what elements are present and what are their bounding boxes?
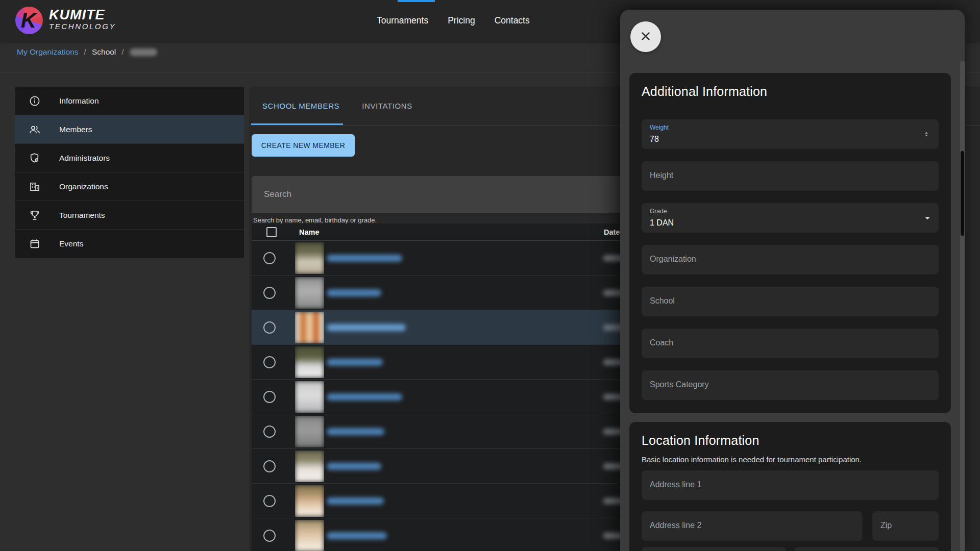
nav-link-contacts[interactable]: Contacts <box>495 15 530 26</box>
breadcrumb-separator: / <box>84 47 86 57</box>
member-name-redacted[interactable] <box>327 359 383 366</box>
field-placeholder: Sports Category <box>650 380 709 389</box>
member-name-redacted[interactable] <box>327 324 406 331</box>
breadcrumb-school[interactable]: School <box>92 47 116 57</box>
column-header-name: Name <box>299 228 320 236</box>
location-information-section: Location Information Basic location info… <box>629 422 951 551</box>
people-icon <box>29 123 41 136</box>
section-title: Additional Information <box>642 84 939 99</box>
field-zip[interactable]: Zip <box>872 511 939 541</box>
search-label: Search <box>264 189 291 199</box>
nav-link-tournaments[interactable]: Tournaments <box>377 15 428 26</box>
select-all-checkbox[interactable] <box>266 227 277 237</box>
member-avatar <box>295 520 324 551</box>
brand-name: KUMITE <box>49 8 116 21</box>
field-placeholder: Organization <box>650 255 696 264</box>
field-value: 1 DAN <box>650 218 674 228</box>
sidebar-item-label: Tournaments <box>59 211 105 220</box>
create-new-member-button[interactable]: CREATE NEW MEMBER <box>252 134 355 157</box>
field-height[interactable]: Height <box>642 161 939 191</box>
row-radio-button[interactable] <box>263 321 276 334</box>
row-radio-button[interactable] <box>263 391 276 403</box>
number-spinner-icon[interactable] <box>921 128 934 140</box>
field-weight[interactable]: Weight78 <box>642 119 939 149</box>
member-avatar <box>295 346 324 378</box>
drawer-scrollbar-thumb[interactable] <box>961 151 964 236</box>
admin-shield-icon <box>29 152 41 164</box>
close-icon <box>639 30 652 44</box>
member-avatar <box>295 381 324 413</box>
field-address-line-2[interactable]: Address line 2 <box>642 511 862 541</box>
sidebar-item-information[interactable]: Information <box>15 87 244 115</box>
sidebar-item-label: Organizations <box>59 182 108 191</box>
member-name-redacted[interactable] <box>327 255 402 262</box>
drawer-scrollbar-track[interactable] <box>960 61 965 551</box>
field-sports-category[interactable]: Sports Category <box>642 370 939 400</box>
members-tabs: SCHOOL MEMBERSINVITATIONS <box>251 87 424 125</box>
field-partially-visible[interactable] <box>642 547 786 551</box>
row-radio-button[interactable] <box>263 425 276 438</box>
field-address-line-1[interactable]: Address line 1 <box>642 470 939 500</box>
member-avatar <box>295 242 324 274</box>
sidebar-item-events[interactable]: Events <box>15 230 244 258</box>
sidebar-item-organizations[interactable]: Organizations <box>15 172 244 201</box>
sidebar: InformationMembersAdministratorsOrganiza… <box>15 87 244 258</box>
field-organization[interactable]: Organization <box>642 245 939 274</box>
trophy-icon <box>29 209 41 221</box>
member-avatar <box>295 416 324 447</box>
nav-link-pricing[interactable]: Pricing <box>448 15 475 26</box>
active-nav-indicator <box>398 0 435 2</box>
partial-fields-row <box>642 547 939 551</box>
breadcrumb-separator: / <box>121 47 124 57</box>
field-placeholder: Address line 1 <box>650 480 701 489</box>
field-partially-visible[interactable] <box>794 547 939 551</box>
field-grade[interactable]: Grade1 DAN <box>642 203 939 233</box>
field-placeholder: Coach <box>650 338 673 347</box>
field-placeholder: Height <box>650 171 673 180</box>
member-details-drawer: Additional Information Weight78HeightGra… <box>620 10 965 551</box>
field-school[interactable]: School <box>642 287 939 316</box>
member-name-redacted[interactable] <box>327 289 381 296</box>
select-caret-icon[interactable] <box>921 212 934 224</box>
member-name-redacted[interactable] <box>327 428 384 435</box>
sidebar-item-label: Information <box>59 96 99 106</box>
location-description: Basic location information is needed for… <box>642 455 939 464</box>
sidebar-item-tournaments[interactable]: Tournaments <box>15 201 244 230</box>
sidebar-item-members[interactable]: Members <box>15 115 244 144</box>
member-name-redacted[interactable] <box>327 393 402 400</box>
breadcrumb-redacted-item <box>130 48 157 56</box>
brand-logo-icon: K <box>15 7 43 34</box>
additional-fields: Weight78HeightGrade1 DANOrganizationScho… <box>642 119 939 400</box>
row-radio-button[interactable] <box>263 356 276 368</box>
building-icon <box>29 181 41 193</box>
row-radio-button[interactable] <box>263 460 276 472</box>
breadcrumb: My Organizations / School / <box>17 45 157 59</box>
nav-links: TournamentsPricingContacts <box>377 0 530 41</box>
field-label: Grade <box>650 208 667 215</box>
member-avatar <box>295 450 324 482</box>
tab-invitations[interactable]: INVITATIONS <box>351 87 424 125</box>
sidebar-item-label: Administrators <box>59 154 110 163</box>
field-label: Weight <box>650 124 669 131</box>
additional-information-section: Additional Information Weight78HeightGra… <box>629 73 951 413</box>
drawer-close-button[interactable] <box>630 21 661 52</box>
breadcrumb-my-organizations[interactable]: My Organizations <box>17 47 79 57</box>
row-radio-button[interactable] <box>263 287 276 299</box>
member-avatar <box>295 277 324 309</box>
brand-subtitle: TECHNOLOGY <box>49 21 116 31</box>
sidebar-item-administrators[interactable]: Administrators <box>15 144 244 172</box>
member-name-redacted[interactable] <box>327 497 384 505</box>
row-radio-button[interactable] <box>263 252 276 264</box>
search-helper-text: Search by name, email, birthday or grade… <box>253 216 377 224</box>
tab-school-members[interactable]: SCHOOL MEMBERS <box>251 87 351 125</box>
calendar-icon <box>29 238 41 250</box>
member-name-redacted[interactable] <box>327 463 381 470</box>
row-radio-button[interactable] <box>263 530 276 542</box>
brand-text: KUMITE TECHNOLOGY <box>49 8 116 31</box>
sidebar-item-label: Members <box>59 125 92 134</box>
field-value: 78 <box>650 135 659 144</box>
field-placeholder: Address line 2 <box>650 521 701 530</box>
member-name-redacted[interactable] <box>327 532 387 539</box>
field-coach[interactable]: Coach <box>642 329 939 358</box>
row-radio-button[interactable] <box>263 495 276 507</box>
